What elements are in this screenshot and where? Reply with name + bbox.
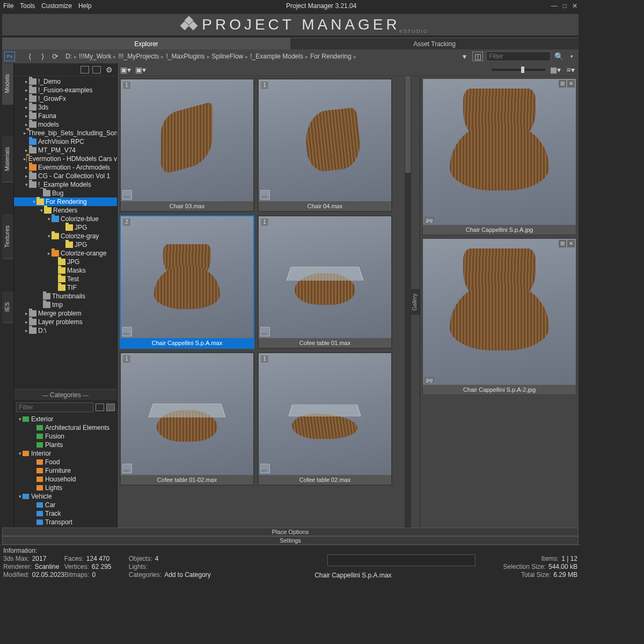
category-item[interactable]: Transport xyxy=(14,518,117,526)
gallery-tab[interactable]: Gallery xyxy=(411,289,420,315)
category-filter-input[interactable] xyxy=(16,402,93,412)
tree-item[interactable]: CG - Car Collection Vol 1 xyxy=(14,172,117,180)
expand-icon[interactable] xyxy=(39,206,44,215)
expand-icon[interactable] xyxy=(24,146,29,155)
nav-forward-icon[interactable]: ⟩ xyxy=(38,52,47,61)
thumbnail[interactable]: 1Chair 03.max xyxy=(120,78,254,212)
close-icon[interactable]: ✕ xyxy=(567,80,575,87)
place-options-bar[interactable]: Place Options xyxy=(2,528,579,536)
gallery-thumbnail[interactable]: ⊞✕jpgChair Cappellini S.p.A.jpg xyxy=(422,78,576,235)
gear-icon[interactable]: ⚙ xyxy=(104,65,114,75)
expand-icon[interactable] xyxy=(31,197,36,206)
expand-icon[interactable] xyxy=(17,449,23,458)
category-item[interactable]: Food xyxy=(14,458,117,466)
cube-icon[interactable]: ▣▾ xyxy=(136,65,145,75)
sort-icon[interactable]: ≡▾ xyxy=(566,65,575,75)
breadcrumb-segment[interactable]: !!!_MyProjects xyxy=(116,53,161,60)
thumb-size-slider[interactable] xyxy=(492,69,545,71)
search-icon[interactable]: 🔍 xyxy=(554,52,564,61)
menu-help[interactable]: Help xyxy=(78,2,92,10)
breadcrumb-segment[interactable]: D: xyxy=(63,53,74,60)
tree-item[interactable]: tmp xyxy=(14,301,117,309)
panel-layout1-icon[interactable] xyxy=(80,66,89,74)
menu-file[interactable]: File xyxy=(3,2,13,10)
tree-item[interactable]: TIF xyxy=(14,283,117,292)
thumbnail[interactable]: 1Cofee table 01-02.max xyxy=(120,352,254,486)
tree-item[interactable]: Evermotion - Archmodels xyxy=(14,163,117,172)
breadcrumb-segment[interactable]: For Rendering xyxy=(308,53,354,60)
expand-icon[interactable] xyxy=(46,249,52,258)
thumbnail[interactable]: 1Chair 04.max xyxy=(258,78,392,212)
category-item[interactable]: Exterior xyxy=(14,415,117,423)
refresh-icon[interactable]: ⟳ xyxy=(50,52,60,61)
tree-item[interactable]: Test xyxy=(14,275,117,283)
expand-icon[interactable] xyxy=(24,103,29,112)
expand-icon[interactable] xyxy=(46,232,52,240)
close-icon[interactable]: ✕ xyxy=(567,240,575,247)
expand-icon[interactable] xyxy=(17,492,23,501)
expand-icon[interactable] xyxy=(24,112,29,120)
tree-item[interactable]: Masks xyxy=(14,266,117,275)
tree-item[interactable]: JPG xyxy=(14,240,117,249)
grid-scrollbar[interactable] xyxy=(405,76,411,528)
sidetab-ies[interactable]: IES xyxy=(2,291,13,323)
tab-asset-tracking[interactable]: Asset Tracking xyxy=(290,38,579,49)
sidetab-models[interactable]: Models xyxy=(2,63,13,104)
search-dropdown-icon[interactable]: ▾ xyxy=(567,52,576,61)
category-item[interactable]: Track xyxy=(14,509,117,518)
tree-item[interactable]: Renders xyxy=(14,206,117,215)
expand-icon[interactable] xyxy=(24,86,29,94)
tree-item[interactable]: !_Fusion-examples xyxy=(14,86,117,94)
menu-tools[interactable]: Tools xyxy=(20,2,35,10)
tree-item[interactable]: Colorize-blue xyxy=(14,215,117,223)
category-item[interactable]: Interior xyxy=(14,449,117,458)
sidetab-materials[interactable]: Materials xyxy=(2,136,13,182)
tree-item[interactable]: MT_PM_V74 xyxy=(14,146,117,155)
filter-input[interactable] xyxy=(486,52,551,61)
tree-item[interactable]: Layer problems xyxy=(14,318,117,326)
grid-view-icon[interactable]: ▦▾ xyxy=(551,65,560,75)
expand-icon[interactable] xyxy=(24,129,26,137)
expand-icon[interactable] xyxy=(24,94,29,103)
category-item[interactable]: Vehicle xyxy=(14,492,117,501)
breadcrumb-segment[interactable]: SplineFlow xyxy=(210,53,246,60)
thumbnail[interactable]: 2Chair Cappellini S.p.A.max xyxy=(120,215,254,349)
expand-icon[interactable] xyxy=(24,77,29,86)
tree-item[interactable]: JPG xyxy=(14,258,117,266)
tree-item[interactable]: Merge problem xyxy=(14,309,117,318)
sidetab-textures[interactable]: Textures xyxy=(2,215,13,259)
expand-icon[interactable] xyxy=(24,309,29,318)
tree-item[interactable]: Thumbnails xyxy=(14,292,117,301)
category-item[interactable]: Furniture xyxy=(14,466,117,475)
thumbnail[interactable]: 1Cofee table 02.max xyxy=(258,352,392,486)
category-item[interactable]: Lights xyxy=(14,484,117,492)
category-item[interactable]: Car xyxy=(14,501,117,509)
expand-icon[interactable] xyxy=(17,415,23,423)
cat-btn2-icon[interactable] xyxy=(106,404,115,411)
panel-layout2-icon[interactable] xyxy=(92,66,101,74)
category-item[interactable]: Architectural Elements xyxy=(14,423,117,432)
maximize-icon[interactable]: □ xyxy=(563,2,567,10)
tree-item[interactable]: Evermotion - HDModels Cars v xyxy=(14,155,117,163)
tree-item[interactable]: JPG xyxy=(14,223,117,232)
cat-btn1-icon[interactable] xyxy=(96,404,104,411)
gallery-thumbnail[interactable]: ⊞✕jpgChair Cappellini S.p.A-2.jpg xyxy=(422,238,576,395)
tree-item[interactable]: ArchVision RPC xyxy=(14,137,117,146)
tree-item[interactable]: Colorize-gray xyxy=(14,232,117,240)
minimize-icon[interactable]: — xyxy=(551,2,558,10)
grid-icon[interactable]: ⊞ xyxy=(559,240,566,247)
expand-icon[interactable] xyxy=(24,120,29,129)
tree-item[interactable]: !_GrowFx xyxy=(14,94,117,103)
tree-item[interactable]: Three_bip_Sets_Including_Son xyxy=(14,129,117,137)
cube-add-icon[interactable]: ▣▾ xyxy=(121,65,130,75)
category-item[interactable]: Plants xyxy=(14,441,117,449)
tree-item[interactable]: Bug xyxy=(14,189,117,197)
breadcrumb-segment[interactable]: !_Example Models xyxy=(248,53,305,60)
category-item[interactable]: Fusion xyxy=(14,432,117,441)
tree-item[interactable]: D:\ xyxy=(14,326,117,335)
expand-icon[interactable] xyxy=(24,326,29,335)
breadcrumb-segment[interactable]: !_MaxPlugins xyxy=(164,53,207,60)
menu-customize[interactable]: Customize xyxy=(41,2,72,10)
tree-item[interactable]: 3ds xyxy=(14,103,117,112)
close-icon[interactable]: ✕ xyxy=(572,2,577,10)
